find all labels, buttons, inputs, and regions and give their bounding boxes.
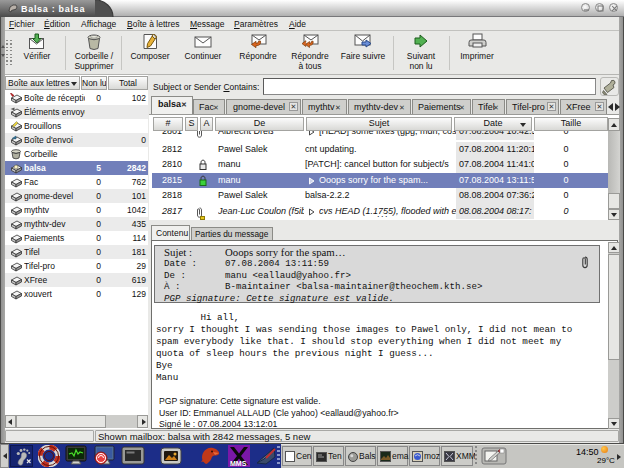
svg-text:MMS: MMS (230, 460, 247, 467)
